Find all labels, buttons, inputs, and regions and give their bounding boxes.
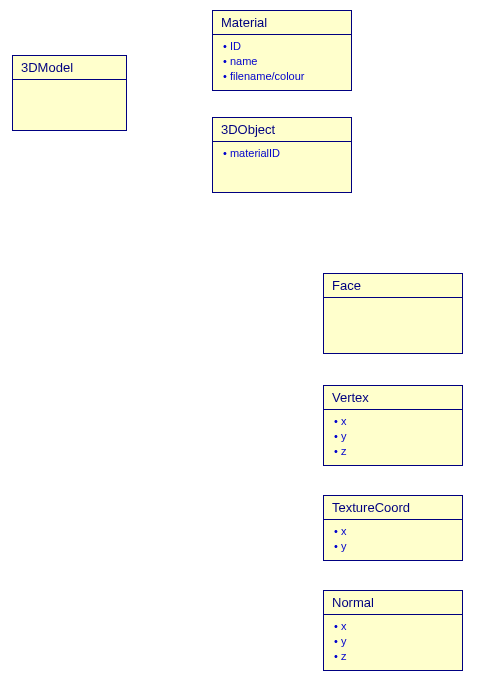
class-attribute: z <box>334 649 456 664</box>
class-body: x y z <box>324 615 462 670</box>
class-attribute: x <box>334 524 456 539</box>
class-body <box>324 298 462 353</box>
class-attribute: y <box>334 429 456 444</box>
class-title: Material <box>213 11 351 35</box>
class-title: 3DObject <box>213 118 351 142</box>
class-title: TextureCoord <box>324 496 462 520</box>
class-attribute: name <box>223 54 345 69</box>
class-title: Normal <box>324 591 462 615</box>
class-attribute: filename/colour <box>223 69 345 84</box>
class-attribute: z <box>334 444 456 459</box>
class-attribute: y <box>334 539 456 554</box>
class-body <box>13 80 126 130</box>
class-title: Vertex <box>324 386 462 410</box>
class-box-normal: Normal x y z <box>323 590 463 671</box>
class-attribute: x <box>334 414 456 429</box>
class-box-material: Material ID name filename/colour <box>212 10 352 91</box>
class-body: x y z <box>324 410 462 465</box>
class-box-texturecoord: TextureCoord x y <box>323 495 463 561</box>
class-title: 3DModel <box>13 56 126 80</box>
class-attribute: y <box>334 634 456 649</box>
class-body: x y <box>324 520 462 560</box>
class-body: materialID <box>213 142 351 192</box>
class-attribute: x <box>334 619 456 634</box>
class-body: ID name filename/colour <box>213 35 351 90</box>
class-box-face: Face <box>323 273 463 354</box>
class-title: Face <box>324 274 462 298</box>
class-box-3dobject: 3DObject materialID <box>212 117 352 193</box>
class-attribute: ID <box>223 39 345 54</box>
class-attribute: materialID <box>223 146 345 161</box>
class-box-3dmodel: 3DModel <box>12 55 127 131</box>
class-box-vertex: Vertex x y z <box>323 385 463 466</box>
